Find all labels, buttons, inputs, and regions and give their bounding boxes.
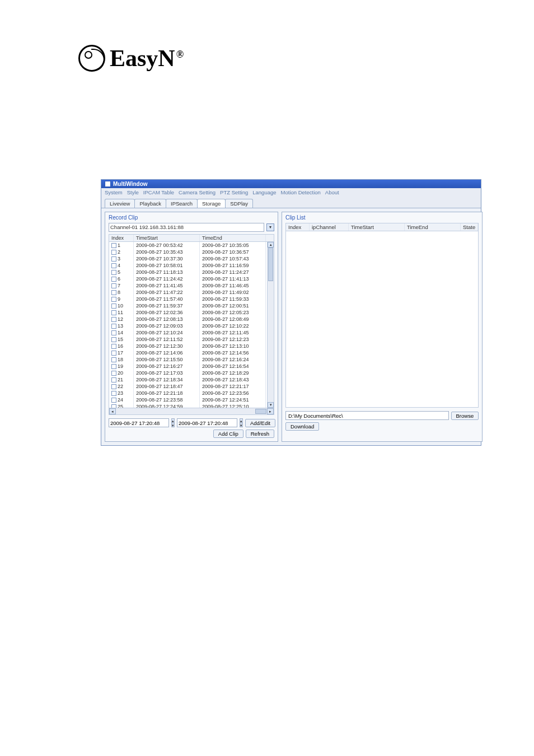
hscroll-thumb[interactable]: [255, 409, 266, 414]
start-datetime-input[interactable]: [109, 418, 169, 427]
tab-storage[interactable]: Storage: [197, 199, 226, 208]
row-checkbox[interactable]: [111, 337, 116, 342]
table-row[interactable]: 222009-08-27 12:18:472009-08-27 12:21:17: [109, 383, 274, 390]
horizontal-scrollbar[interactable]: ◂ ▸: [109, 408, 274, 414]
table-row[interactable]: 182009-08-27 12:15:502009-08-27 12:16:24: [109, 356, 274, 363]
chevron-down-icon[interactable]: ▾: [266, 223, 274, 231]
table-row[interactable]: 52009-08-27 11:18:132009-08-27 11:24:27: [109, 269, 274, 276]
row-checkbox[interactable]: [111, 277, 116, 282]
row-checkbox[interactable]: [111, 290, 116, 295]
table-row[interactable]: 82009-08-27 11:47:222009-08-27 11:49:02: [109, 289, 274, 296]
table-row[interactable]: 32009-08-27 10:37:302009-08-27 10:57:43: [109, 255, 274, 262]
table-row[interactable]: 192009-08-27 12:16:272009-08-27 12:16:54: [109, 363, 274, 370]
table-row[interactable]: 202009-08-27 12:17:032009-08-27 12:18:29: [109, 370, 274, 376]
table-row[interactable]: 232009-08-27 12:21:182009-08-27 12:23:56: [109, 390, 274, 396]
col-timestart[interactable]: TimeStart: [134, 235, 200, 241]
table-row[interactable]: 12009-08-27 00:53:422009-08-27 10:35:05: [109, 242, 274, 249]
table-row[interactable]: 112009-08-27 12:02:362009-08-27 12:05:23: [109, 309, 274, 316]
row-checkbox[interactable]: [111, 270, 116, 275]
row-checkbox[interactable]: [111, 324, 116, 329]
scroll-thumb[interactable]: [268, 248, 273, 281]
menu-item[interactable]: Style: [127, 189, 139, 195]
scroll-down-icon[interactable]: ▾: [268, 402, 274, 408]
refresh-button[interactable]: Refresh: [246, 430, 274, 438]
channel-select[interactable]: Channel-01 192.168.33.161:88: [109, 223, 264, 232]
add-edit-button[interactable]: Add/Edit: [245, 419, 275, 427]
row-checkbox[interactable]: [111, 283, 116, 288]
table-row[interactable]: 172009-08-27 12:14:062009-08-27 12:14:56: [109, 349, 274, 356]
row-timestart: 2009-08-27 12:15:50: [134, 356, 200, 363]
col-timeend[interactable]: TimeEnd: [405, 223, 461, 231]
tab-sdplay[interactable]: SDPlay: [225, 199, 253, 208]
table-row[interactable]: 42009-08-27 10:58:012009-08-27 11:16:59: [109, 262, 274, 269]
start-datetime-spinner[interactable]: ▴▾: [171, 418, 175, 427]
row-checkbox[interactable]: [111, 344, 116, 349]
end-datetime-input[interactable]: [177, 418, 237, 427]
table-row[interactable]: 212009-08-27 12:18:342009-08-27 12:18:43: [109, 376, 274, 383]
row-timeend: 2009-08-27 12:12:23: [200, 336, 266, 343]
menu-item[interactable]: About: [325, 189, 339, 195]
row-checkbox[interactable]: [111, 364, 116, 369]
col-index[interactable]: Index: [286, 223, 310, 231]
browse-button[interactable]: Browse: [451, 412, 479, 420]
download-button[interactable]: Download: [285, 422, 319, 431]
end-datetime-spinner[interactable]: ▴▾: [240, 418, 243, 427]
scroll-up-icon[interactable]: ▴: [268, 242, 274, 248]
row-checkbox[interactable]: [111, 371, 116, 376]
menu-item[interactable]: Language: [252, 189, 276, 195]
table-row[interactable]: 132009-08-27 12:09:032009-08-27 12:10:22: [109, 323, 274, 329]
tab-playback[interactable]: Playback: [134, 199, 166, 208]
row-checkbox[interactable]: [111, 243, 116, 248]
row-checkbox[interactable]: [111, 398, 116, 403]
table-row[interactable]: 72009-08-27 11:41:452009-08-27 11:46:45: [109, 282, 274, 289]
col-timeend[interactable]: TimeEnd: [200, 235, 266, 241]
table-row[interactable]: 62009-08-27 11:24:422009-08-27 11:41:13: [109, 276, 274, 282]
row-index: 7: [118, 283, 120, 288]
row-timeend: 2009-08-27 11:46:45: [200, 282, 266, 289]
row-checkbox[interactable]: [111, 304, 116, 309]
table-row[interactable]: 252009-08-27 12:24:592009-08-27 12:25:10: [109, 403, 274, 408]
table-row[interactable]: 152009-08-27 12:11:522009-08-27 12:12:23: [109, 336, 274, 343]
scroll-right-icon[interactable]: ▸: [267, 408, 274, 414]
table-row[interactable]: 242009-08-27 12:23:582009-08-27 12:24:51: [109, 396, 274, 403]
col-state[interactable]: State: [461, 223, 478, 231]
add-clip-button[interactable]: Add Clip: [213, 430, 243, 438]
table-row[interactable]: 102009-08-27 11:59:372009-08-27 12:00:51: [109, 302, 274, 309]
menu-item[interactable]: Motion Detection: [281, 189, 321, 195]
clip-list-title: Clip List: [285, 214, 479, 221]
row-timestart: 2009-08-27 10:37:30: [134, 255, 200, 262]
tab-ipsearch[interactable]: IPSearch: [166, 199, 198, 208]
row-checkbox[interactable]: [111, 351, 116, 356]
row-checkbox[interactable]: [111, 250, 116, 255]
table-row[interactable]: 92009-08-27 11:57:402009-08-27 11:59:33: [109, 296, 274, 302]
menu-item[interactable]: IPCAM Table: [143, 189, 174, 195]
row-timeend: 2009-08-27 12:21:17: [200, 383, 266, 390]
tab-liveview[interactable]: Liveview: [105, 199, 135, 208]
scroll-left-icon[interactable]: ◂: [109, 408, 116, 414]
col-index[interactable]: Index: [109, 235, 134, 241]
menu-item[interactable]: Camera Setting: [179, 189, 216, 195]
table-row[interactable]: 142009-08-27 12:10:242009-08-27 12:11:45: [109, 329, 274, 336]
col-timestart[interactable]: TimeStart: [349, 223, 405, 231]
menu-item[interactable]: PTZ Setting: [220, 189, 248, 195]
row-timestart: 2009-08-27 12:21:18: [134, 390, 200, 396]
row-checkbox[interactable]: [111, 317, 116, 322]
download-path-input[interactable]: [285, 411, 449, 420]
table-row[interactable]: 122009-08-27 12:08:132009-08-27 12:08:49: [109, 316, 274, 323]
table-row[interactable]: 162009-08-27 12:12:302009-08-27 12:13:10: [109, 343, 274, 349]
menu-item[interactable]: System: [105, 189, 123, 195]
col-ipchannel[interactable]: ipChannel: [310, 223, 349, 231]
row-checkbox[interactable]: [111, 384, 116, 389]
row-checkbox[interactable]: [111, 377, 116, 382]
row-checkbox[interactable]: [111, 357, 116, 362]
row-checkbox[interactable]: [111, 310, 116, 315]
row-checkbox[interactable]: [111, 404, 116, 408]
row-checkbox[interactable]: [111, 330, 116, 335]
row-checkbox[interactable]: [111, 297, 116, 302]
table-row[interactable]: 22009-08-27 10:35:432009-08-27 10:36:57: [109, 249, 274, 255]
row-checkbox[interactable]: [111, 256, 116, 262]
row-timeend: 2009-08-27 11:49:02: [200, 289, 266, 296]
row-checkbox[interactable]: [111, 263, 116, 268]
vertical-scrollbar[interactable]: ▴ ▾: [267, 242, 274, 408]
row-checkbox[interactable]: [111, 391, 116, 396]
